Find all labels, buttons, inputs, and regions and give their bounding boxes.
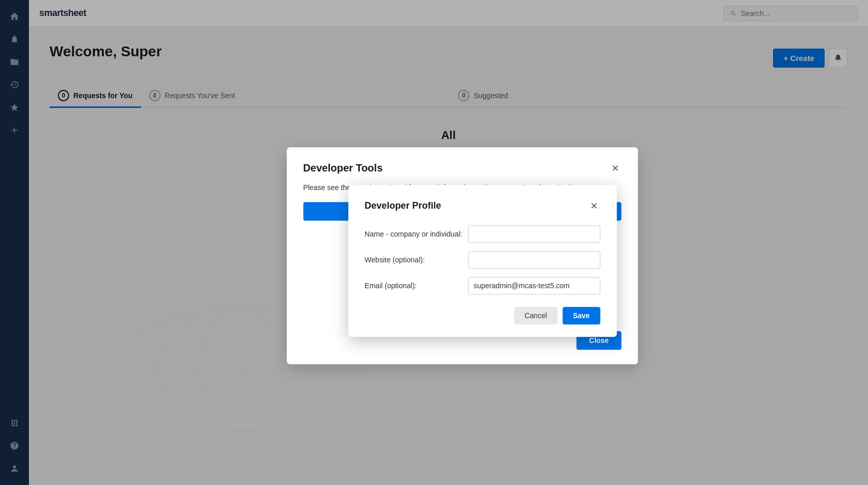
developer-profile-save-button[interactable]: Save: [562, 307, 600, 324]
developer-tools-close-icon[interactable]: ✕: [609, 162, 621, 175]
website-field-row: Website (optional):: [365, 251, 600, 269]
email-input[interactable]: [468, 277, 600, 294]
developer-tools-modal-title: Developer Tools: [303, 162, 383, 174]
name-input[interactable]: [468, 225, 600, 243]
name-field-row: Name - company or individual:: [365, 225, 600, 243]
website-input[interactable]: [468, 251, 600, 269]
developer-profile-modal-footer: Cancel Save: [365, 307, 600, 324]
developer-profile-modal: Developer Profile ✕ Name - company or in…: [348, 185, 617, 337]
email-field-row: Email (optional):: [365, 277, 600, 294]
developer-profile-modal-header: Developer Profile ✕: [365, 199, 600, 213]
developer-profile-modal-title: Developer Profile: [365, 200, 441, 211]
developer-profile-close-icon[interactable]: ✕: [588, 199, 600, 213]
developer-profile-cancel-button[interactable]: Cancel: [514, 307, 558, 324]
developer-tools-modal-header: Developer Tools ✕: [303, 162, 621, 175]
website-label: Website (optional):: [365, 256, 468, 264]
email-label: Email (optional):: [365, 281, 468, 290]
name-label: Name - company or individual:: [365, 230, 468, 238]
